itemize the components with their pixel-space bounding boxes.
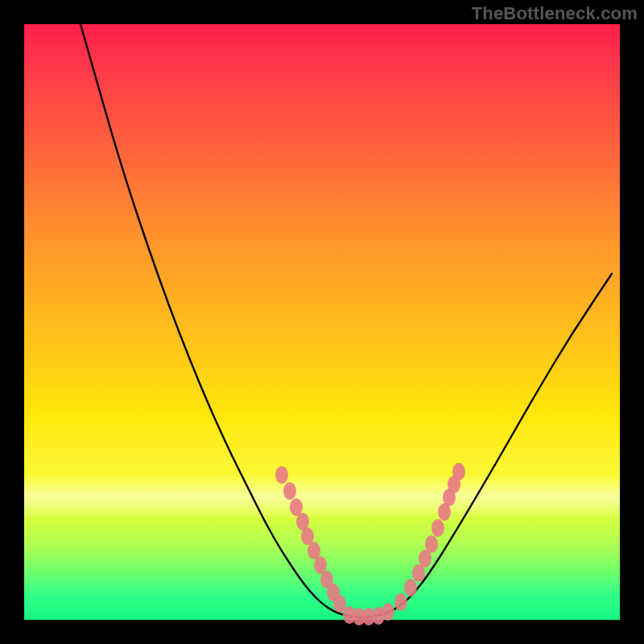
- marker-dot: [283, 482, 296, 500]
- chart-svg: [24, 24, 620, 620]
- marker-dot: [425, 535, 438, 553]
- marker-dot: [431, 519, 444, 537]
- marker-dot: [275, 466, 288, 484]
- marker-dot: [452, 463, 465, 481]
- marker-dot: [404, 579, 417, 597]
- marker-group: [275, 463, 465, 625]
- marker-dot: [394, 593, 407, 611]
- chart-frame: [24, 24, 620, 620]
- main-curve-path: [80, 24, 612, 617]
- marker-dot: [382, 603, 394, 621]
- watermark-text: TheBottleneck.com: [472, 3, 638, 24]
